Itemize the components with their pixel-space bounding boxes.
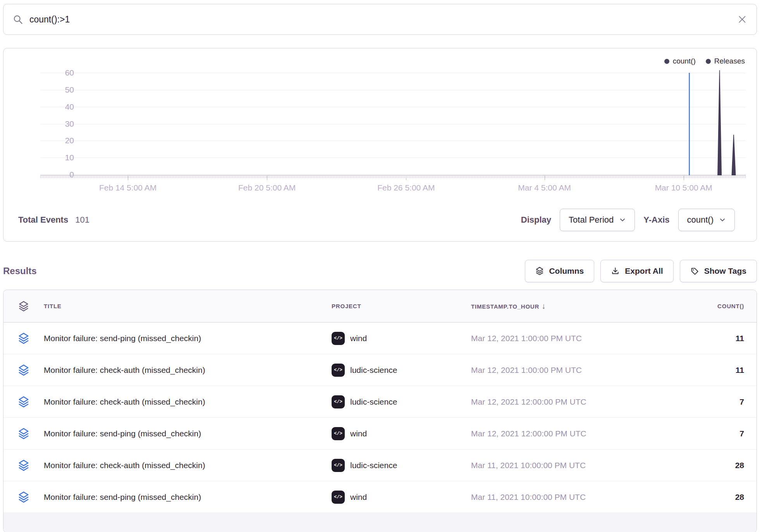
legend-item-count[interactable]: count() <box>664 57 696 65</box>
column-header-project[interactable]: PROJECT <box>332 303 471 309</box>
chart-footer: Total Events 101 Display Total Period Y-… <box>3 197 757 242</box>
row-title[interactable]: Monitor failure: check-auth (missed_chec… <box>44 366 332 375</box>
close-icon <box>737 14 747 24</box>
row-project[interactable]: </> ludic-science <box>332 459 471 472</box>
display-dropdown[interactable]: Total Period <box>560 209 635 231</box>
row-title[interactable]: Monitor failure: check-auth (missed_chec… <box>44 461 332 470</box>
x-axis-tick <box>545 176 545 180</box>
results-table: TITLE PROJECT TIMESTAMP.TO_HOUR↓ COUNT()… <box>3 290 757 532</box>
x-tick-label: Feb 26 5:00 AM <box>344 183 468 192</box>
row-project-name: ludic-science <box>350 366 397 375</box>
events-chart-panel: count() Releases 0102030405060 Feb 14 5:… <box>3 48 757 242</box>
row-project-name: wind <box>350 334 367 343</box>
tag-icon <box>690 267 699 276</box>
release-marker-line[interactable] <box>689 73 690 175</box>
table-header-row: TITLE PROJECT TIMESTAMP.TO_HOUR↓ COUNT() <box>3 290 757 323</box>
releases-dot-icon <box>706 59 711 64</box>
table-body: Monitor failure: send-ping (missed_check… <box>3 323 757 513</box>
row-project[interactable]: </> wind <box>332 332 471 345</box>
chart-area: 0102030405060 Feb 14 5:00 AMFeb 20 5:00 … <box>3 48 757 197</box>
table-row[interactable]: Monitor failure: check-auth (missed_chec… <box>3 354 757 386</box>
row-timestamp: Mar 12, 2021 12:00:00 PM UTC <box>471 397 669 407</box>
show-tags-button[interactable]: Show Tags <box>680 260 757 282</box>
results-heading: Results <box>3 266 37 276</box>
download-icon <box>611 267 620 276</box>
header-layers-icon-cell[interactable] <box>3 301 44 312</box>
code-platform-icon: </> <box>332 459 345 472</box>
row-project-name: wind <box>350 493 367 502</box>
total-events-value: 101 <box>75 215 89 225</box>
x-axis-minor-ticks <box>40 176 746 178</box>
search-bar <box>3 4 757 35</box>
legend-label-releases: Releases <box>714 57 745 65</box>
table-row[interactable]: Monitor failure: send-ping (missed_check… <box>3 323 757 354</box>
code-platform-icon: </> <box>332 395 345 408</box>
row-project-name: wind <box>350 429 367 438</box>
row-timestamp: Mar 11, 2021 10:00:00 PM UTC <box>471 493 669 502</box>
row-timestamp: Mar 12, 2021 1:00:00 PM UTC <box>471 334 669 343</box>
search-input[interactable] <box>29 14 731 25</box>
legend-item-releases[interactable]: Releases <box>706 57 745 65</box>
row-count: 28 <box>669 493 757 502</box>
code-platform-icon: </> <box>332 364 345 377</box>
layers-icon <box>18 301 29 312</box>
legend-label-count: count() <box>673 57 696 65</box>
row-project[interactable]: </> ludic-science <box>332 364 471 377</box>
row-timestamp: Mar 12, 2021 12:00:00 PM UTC <box>471 429 669 438</box>
table-row[interactable]: Monitor failure: check-auth (missed_chec… <box>3 450 757 481</box>
row-title[interactable]: Monitor failure: check-auth (missed_chec… <box>44 397 332 407</box>
layers-icon <box>18 460 29 471</box>
x-axis-tick <box>684 176 684 180</box>
search-icon <box>13 14 23 25</box>
chevron-down-icon <box>719 216 726 223</box>
row-project-name: ludic-science <box>350 461 397 470</box>
x-axis-tick <box>128 176 128 180</box>
x-axis-tick <box>406 176 406 180</box>
columns-button-label: Columns <box>549 266 584 276</box>
column-header-count[interactable]: COUNT() <box>669 303 757 309</box>
layers-icon <box>18 428 29 439</box>
sort-descending-icon: ↓ <box>542 302 546 310</box>
total-events-label: Total Events <box>18 215 68 225</box>
code-platform-icon: </> <box>332 491 345 504</box>
chart-plot: 0102030405060 <box>40 66 746 175</box>
export-all-button-label: Export All <box>625 266 663 276</box>
y-axis-label: Y-Axis <box>643 215 669 225</box>
clear-search-button[interactable] <box>737 14 747 24</box>
row-count: 7 <box>669 397 757 407</box>
column-header-title[interactable]: TITLE <box>44 303 332 309</box>
table-row[interactable]: Monitor failure: send-ping (missed_check… <box>3 481 757 513</box>
export-all-button[interactable]: Export All <box>600 260 673 282</box>
y-axis-dropdown-value: count() <box>687 215 714 225</box>
chart-legend: count() Releases <box>664 57 745 65</box>
row-count: 28 <box>669 461 757 470</box>
x-tick-label: Mar 4 5:00 AM <box>483 183 607 192</box>
x-axis-tick <box>267 176 267 180</box>
code-platform-icon: </> <box>332 427 345 440</box>
row-title[interactable]: Monitor failure: send-ping (missed_check… <box>44 493 332 502</box>
row-project[interactable]: </> ludic-science <box>332 395 471 408</box>
row-count: 7 <box>669 429 757 438</box>
y-axis-dropdown[interactable]: count() <box>678 209 735 231</box>
x-tick-label: Mar 10 5:00 AM <box>622 183 746 192</box>
x-tick-label: Feb 14 5:00 AM <box>66 183 190 192</box>
row-count: 11 <box>669 366 757 375</box>
row-title[interactable]: Monitor failure: send-ping (missed_check… <box>44 429 332 438</box>
layers-icon <box>535 267 544 275</box>
layers-icon <box>18 333 29 344</box>
layers-icon <box>18 364 29 376</box>
chevron-down-icon <box>619 216 626 223</box>
row-timestamp: Mar 12, 2021 1:00:00 PM UTC <box>471 366 669 375</box>
count-series-dot-icon <box>664 59 669 64</box>
count-series-spike <box>732 135 736 175</box>
row-project[interactable]: </> wind <box>332 427 471 440</box>
display-dropdown-value: Total Period <box>569 215 614 225</box>
row-project[interactable]: </> wind <box>332 491 471 504</box>
table-row[interactable]: Monitor failure: check-auth (missed_chec… <box>3 386 757 418</box>
column-header-timestamp[interactable]: TIMESTAMP.TO_HOUR↓ <box>471 302 669 311</box>
table-row[interactable]: Monitor failure: send-ping (missed_check… <box>3 418 757 450</box>
row-title[interactable]: Monitor failure: send-ping (missed_check… <box>44 334 332 343</box>
count-series-spike <box>717 70 722 175</box>
columns-button[interactable]: Columns <box>525 260 594 282</box>
row-project-name: ludic-science <box>350 397 397 407</box>
